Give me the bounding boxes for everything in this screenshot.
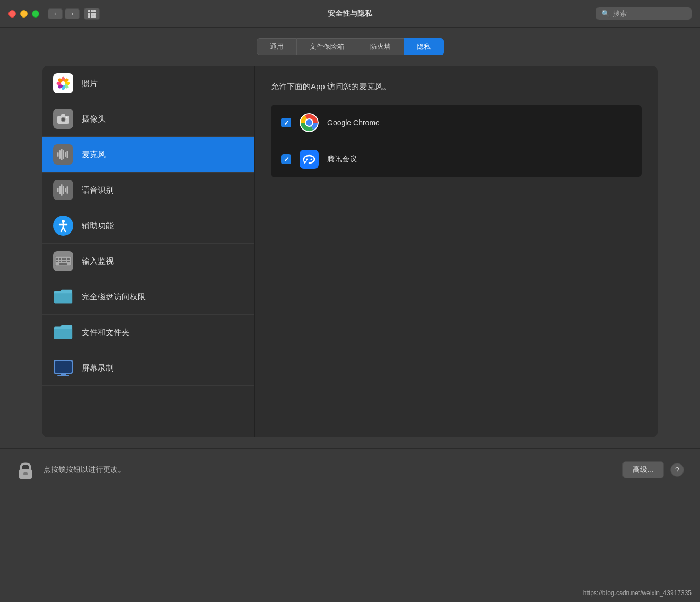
- folder-files-icon: [53, 322, 73, 342]
- sidebar-label-photos: 照片: [82, 79, 98, 89]
- svg-rect-43: [67, 261, 70, 262]
- close-button[interactable]: [8, 10, 16, 18]
- check-icon: ✓: [284, 119, 289, 126]
- grid-icon: [88, 10, 96, 18]
- nav-buttons: ‹ ›: [48, 8, 80, 19]
- back-button[interactable]: ‹: [48, 8, 63, 19]
- minimize-button[interactable]: [20, 10, 28, 18]
- sidebar-label-screen-recording: 屏幕录制: [82, 363, 114, 373]
- sidebar-label-accessibility: 辅助功能: [82, 221, 114, 231]
- tencent-icon: [300, 150, 319, 169]
- svg-rect-42: [64, 261, 66, 262]
- chrome-icon: [300, 113, 319, 132]
- chrome-checkbox[interactable]: ✓: [281, 118, 291, 127]
- svg-rect-23: [59, 186, 61, 194]
- svg-rect-36: [62, 258, 64, 260]
- svg-rect-34: [56, 258, 58, 260]
- settings-panel: 照片 摄像头: [42, 66, 658, 437]
- svg-rect-39: [56, 261, 58, 262]
- sidebar-label-speech: 语音识别: [82, 185, 114, 195]
- svg-point-51: [306, 119, 312, 126]
- list-item-tencent[interactable]: ✓ 腾讯会议: [271, 141, 642, 177]
- sidebar-item-camera[interactable]: 摄像头: [42, 101, 254, 137]
- watermark: https://blog.csdn.net/weixin_43917335: [583, 589, 692, 597]
- svg-rect-25: [63, 186, 65, 194]
- search-icon: 🔍: [601, 10, 610, 18]
- titlebar: ‹ › 安全性与隐私 🔍: [0, 0, 700, 28]
- tab-privacy[interactable]: 隐私: [404, 38, 444, 55]
- list-item-chrome[interactable]: ✓: [271, 105, 642, 141]
- chrome-app-name: Google Chrome: [327, 118, 380, 127]
- svg-rect-40: [59, 261, 61, 262]
- svg-rect-22: [57, 188, 59, 192]
- footer: 点按锁按钮以进行更改。 高级... ?: [0, 448, 700, 491]
- sidebar-item-full-disk[interactable]: 完全磁盘访问权限: [42, 279, 254, 315]
- camera-icon: [53, 109, 73, 129]
- svg-point-9: [61, 81, 65, 85]
- sidebar-label-files-folders: 文件和文件夹: [82, 328, 130, 338]
- sidebar-item-files-folders[interactable]: 文件和文件夹: [42, 315, 254, 350]
- svg-rect-27: [67, 186, 69, 194]
- sidebar-label-camera: 摄像头: [82, 114, 106, 124]
- tab-filevault[interactable]: 文件保险箱: [297, 38, 357, 55]
- sidebar-item-screen-recording[interactable]: 屏幕录制: [42, 350, 254, 386]
- svg-rect-35: [59, 258, 61, 260]
- keyboard-icon: [53, 251, 73, 271]
- svg-rect-48: [57, 375, 69, 376]
- advanced-button[interactable]: 高级...: [622, 461, 664, 478]
- forward-button[interactable]: ›: [65, 8, 80, 19]
- speech-icon: [53, 180, 73, 200]
- sidebar-label-input-monitoring: 输入监视: [82, 256, 114, 266]
- svg-point-14: [66, 117, 68, 118]
- sidebar-item-photos[interactable]: 照片: [42, 66, 254, 101]
- sidebar-item-microphone[interactable]: 麦克风: [42, 137, 254, 173]
- svg-rect-37: [64, 258, 66, 260]
- svg-rect-24: [61, 184, 63, 196]
- accessibility-icon: [53, 216, 73, 236]
- search-bar: 🔍: [596, 7, 692, 20]
- help-button[interactable]: ?: [670, 463, 684, 477]
- svg-rect-26: [65, 188, 66, 192]
- check-icon-2: ✓: [284, 156, 289, 163]
- svg-line-32: [63, 227, 65, 231]
- footer-hint: 点按锁按钮以进行更改。: [44, 465, 125, 475]
- svg-point-53: [311, 159, 312, 160]
- tencent-app-name: 腾讯会议: [327, 154, 357, 164]
- svg-rect-55: [23, 472, 28, 475]
- svg-rect-13: [61, 114, 65, 116]
- main-content: 通用 文件保险箱 防火墙 隐私: [0, 28, 700, 448]
- fullscreen-button[interactable]: [32, 10, 39, 18]
- mic-icon: [53, 144, 73, 165]
- tab-general[interactable]: 通用: [257, 38, 297, 55]
- sidebar-label-full-disk: 完全磁盘访问权限: [82, 292, 146, 302]
- lock-icon: [16, 459, 35, 481]
- panel-description: 允许下面的App 访问您的麦克风。: [271, 82, 642, 92]
- svg-rect-41: [62, 261, 64, 262]
- svg-rect-15: [57, 152, 59, 157]
- svg-rect-20: [67, 151, 69, 158]
- folder-full-disk-icon: [53, 287, 73, 307]
- svg-rect-16: [59, 150, 61, 159]
- tencent-checkbox[interactable]: ✓: [281, 154, 291, 164]
- sidebar: 照片 摄像头: [42, 66, 255, 437]
- sidebar-item-speech[interactable]: 语音识别: [42, 173, 254, 208]
- window-title: 安全性与隐私: [328, 9, 372, 19]
- sidebar-label-microphone: 麦克风: [82, 150, 106, 160]
- sidebar-item-input-monitoring[interactable]: 输入监视: [42, 244, 254, 279]
- svg-rect-19: [65, 152, 66, 157]
- app-permission-list: ✓: [271, 105, 642, 177]
- svg-rect-46: [55, 361, 72, 373]
- svg-rect-21: [69, 153, 69, 156]
- sidebar-item-accessibility[interactable]: 辅助功能: [42, 208, 254, 244]
- grid-button[interactable]: [84, 8, 100, 20]
- search-input[interactable]: [613, 10, 682, 18]
- svg-rect-18: [63, 150, 65, 159]
- tab-firewall[interactable]: 防火墙: [357, 38, 404, 55]
- svg-point-12: [62, 118, 65, 121]
- screen-recording-icon: [53, 358, 73, 378]
- footer-right: 高级... ?: [622, 461, 684, 478]
- svg-rect-17: [61, 149, 63, 160]
- photos-icon: [53, 73, 73, 93]
- traffic-lights: [8, 10, 39, 18]
- svg-rect-44: [59, 263, 67, 265]
